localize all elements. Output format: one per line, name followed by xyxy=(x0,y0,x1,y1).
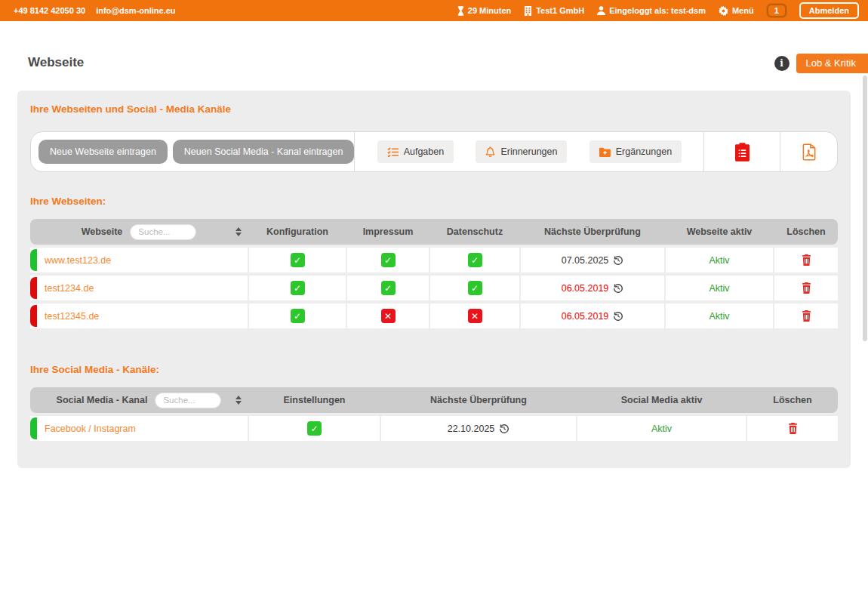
tasks-label: Aufgaben xyxy=(404,146,445,157)
reminders-label: Erinnerungen xyxy=(500,146,557,157)
row-status-indicator xyxy=(30,305,37,327)
next-check-cell: 07.05.2025 xyxy=(521,248,664,273)
toolbar: Neue Webseite eintragen Neuen Social Med… xyxy=(30,131,838,172)
table-row: test1234.de✓✓✓06.05.2019Aktiv xyxy=(30,276,838,300)
cross-icon[interactable]: ✕ xyxy=(468,309,482,323)
col-social-kanal: Social Media - Kanal xyxy=(57,395,148,405)
company-name: Test1 GmbH xyxy=(524,6,584,16)
check-icon[interactable]: ✓ xyxy=(381,253,396,267)
check-icon[interactable]: ✓ xyxy=(291,253,305,267)
delete-cell xyxy=(774,248,838,273)
sort-icon[interactable] xyxy=(235,396,242,405)
einstellungen-cell: ✓ xyxy=(249,416,380,441)
check-icon[interactable]: ✓ xyxy=(291,309,305,323)
topbar-contact: +49 8142 42050 30 info@dsm-online.eu xyxy=(14,6,176,15)
check-icon[interactable]: ✓ xyxy=(381,281,396,295)
session-timer: 29 Minuten xyxy=(457,6,511,16)
col-konfiguration: Konfiguration xyxy=(249,226,346,237)
sort-icon[interactable] xyxy=(235,227,242,236)
next-check-date: 07.05.2025 xyxy=(562,255,609,266)
websites-heading: Ihre Webseiten: xyxy=(30,196,838,207)
session-timer-label: 29 Minuten xyxy=(468,6,511,15)
row-status-indicator xyxy=(30,249,37,271)
active-status-cell: Aktiv xyxy=(666,276,773,300)
konfiguration-cell: ✓ xyxy=(249,248,346,273)
social-table-header: Social Media - Kanal Einstellungen Nächs… xyxy=(30,387,838,413)
main-panel: Ihre Webseiten und Social - Media Kanäle… xyxy=(17,91,851,468)
top-bar: +49 8142 42050 30 info@dsm-online.eu 29 … xyxy=(0,0,868,21)
logout-button[interactable]: Abmelden xyxy=(799,2,859,19)
history-icon[interactable] xyxy=(613,283,623,294)
panel-title: Ihre Webseiten und Social - Media Kanäle xyxy=(30,103,838,115)
check-icon[interactable]: ✓ xyxy=(468,281,482,295)
check-icon[interactable]: ✓ xyxy=(291,281,305,295)
website-link[interactable]: Facebook / Instagram xyxy=(45,424,136,434)
website-link[interactable]: test1234.de xyxy=(45,283,94,294)
col-webseite: Webseite xyxy=(82,226,123,237)
col-loeschen: Löschen xyxy=(747,395,838,405)
website-name-cell: test12345.de xyxy=(30,303,248,328)
notification-badge[interactable]: 1 xyxy=(767,4,786,17)
impressum-cell: ✓ xyxy=(347,248,429,273)
scrollbar-thumb[interactable] xyxy=(863,75,867,341)
reminders-button[interactable]: Erinnerungen xyxy=(476,140,567,163)
clipboard-icon xyxy=(735,143,749,162)
app-window: +49 8142 42050 30 info@dsm-online.eu 29 … xyxy=(0,0,868,613)
col-naechste-ueberpruefung: Nächste Überprüfung xyxy=(521,226,664,237)
social-search-input[interactable] xyxy=(155,393,221,408)
websites-table-header: Webseite Konfiguration Impressum Datensc… xyxy=(30,219,838,245)
active-status[interactable]: Aktiv xyxy=(651,424,672,434)
info-icon[interactable]: i xyxy=(774,56,790,71)
active-status[interactable]: Aktiv xyxy=(709,255,729,266)
website-name-cell: test1234.de xyxy=(30,276,248,300)
col-impressum: Impressum xyxy=(347,226,429,237)
table-row: Facebook / Instagram✓22.10.2025Aktiv xyxy=(30,416,838,441)
active-status-cell: Aktiv xyxy=(666,248,773,273)
new-social-channel-button[interactable]: Neuen Social Media - Kanal eintragen xyxy=(173,140,355,164)
menu-button[interactable]: Menü xyxy=(719,6,754,16)
tasks-button[interactable]: Aufgaben xyxy=(377,140,454,163)
active-status[interactable]: Aktiv xyxy=(709,311,729,322)
next-check-date: 06.05.2019 xyxy=(562,311,609,322)
active-status-cell: Aktiv xyxy=(666,303,773,328)
check-icon[interactable]: ✓ xyxy=(307,421,322,436)
active-status[interactable]: Aktiv xyxy=(709,283,729,294)
pdf-icon xyxy=(802,143,816,161)
new-website-button[interactable]: Neue Webseite eintragen xyxy=(38,140,168,164)
col-loeschen: Löschen xyxy=(774,226,838,237)
history-icon[interactable] xyxy=(613,255,623,266)
additions-label: Ergänzungen xyxy=(616,146,672,157)
next-check-date: 06.05.2019 xyxy=(562,283,609,294)
pdf-export-button[interactable] xyxy=(799,140,819,164)
history-icon[interactable] xyxy=(499,424,509,434)
active-status-cell: Aktiv xyxy=(577,416,746,441)
delete-cell xyxy=(774,303,838,328)
check-icon[interactable]: ✓ xyxy=(468,253,482,267)
next-check-cell: 22.10.2025 xyxy=(381,416,576,441)
report-button[interactable] xyxy=(732,140,753,165)
website-link[interactable]: www.test123.de xyxy=(45,255,111,266)
konfiguration-cell: ✓ xyxy=(249,276,346,300)
building-icon xyxy=(524,6,532,16)
menu-label: Menü xyxy=(732,6,754,15)
logged-in-label: Eingeloggt als: test-dsm xyxy=(609,6,706,15)
delete-button[interactable] xyxy=(802,282,811,294)
delete-button[interactable] xyxy=(802,310,811,322)
delete-button[interactable] xyxy=(788,423,798,434)
website-link[interactable]: test12345.de xyxy=(45,311,99,322)
additions-button[interactable]: Ergänzungen xyxy=(589,140,682,163)
col-datenschutz: Datenschutz xyxy=(430,226,519,237)
email-address: info@dsm-online.eu xyxy=(96,6,175,15)
col-social-aktiv: Social Media aktiv xyxy=(577,395,746,405)
konfiguration-cell: ✓ xyxy=(249,303,346,328)
history-icon[interactable] xyxy=(613,311,623,322)
social-table-body: Facebook / Instagram✓22.10.2025Aktiv xyxy=(30,416,838,441)
row-status-indicator xyxy=(30,277,37,299)
feedback-button[interactable]: Lob & Kritik xyxy=(796,54,868,73)
row-status-indicator xyxy=(30,417,37,439)
cross-icon[interactable]: ✕ xyxy=(381,309,396,323)
delete-button[interactable] xyxy=(802,254,811,266)
website-search-input[interactable] xyxy=(130,224,196,240)
table-row: www.test123.de✓✓✓07.05.2025Aktiv xyxy=(30,248,838,273)
bell-icon xyxy=(485,146,495,157)
